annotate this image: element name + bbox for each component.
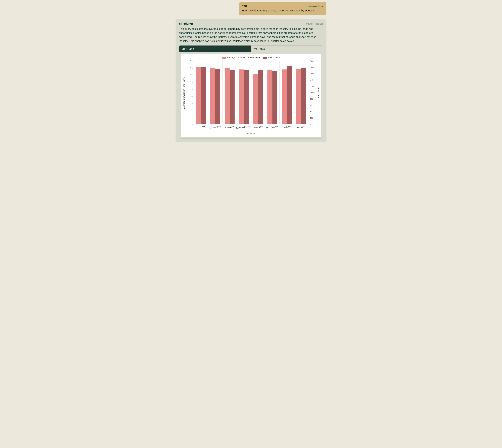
category-label: Manufacturing xyxy=(266,125,278,129)
bar-series-0[interactable] xyxy=(196,67,201,124)
tab-table-label: Table xyxy=(258,47,265,50)
svg-text:0: 0 xyxy=(192,123,193,125)
bar-series-1[interactable] xyxy=(301,68,306,124)
user-message-bubble: You a few seconds ago How does lead-to-o… xyxy=(239,2,326,15)
svg-text:1,800: 1,800 xyxy=(310,66,314,68)
bar-series-0[interactable] xyxy=(225,68,229,124)
bar-series-0[interactable] xyxy=(282,69,287,124)
chart-wrap: Average Conversion Time (Days) Lead Coun… xyxy=(179,52,323,138)
svg-text:0.5: 0.5 xyxy=(190,88,193,90)
svg-text:0.4: 0.4 xyxy=(190,95,193,97)
x-axis-title: Industry xyxy=(247,132,255,135)
bar-series-1[interactable] xyxy=(258,70,263,124)
chart-legend: Average Conversion Time (Days) Lead Coun… xyxy=(182,55,320,60)
assistant-timestamp: a few seconds ago xyxy=(306,23,323,25)
category-label: Healthcare xyxy=(253,126,263,129)
category-label: Financial Services xyxy=(236,125,252,129)
svg-text:2,000: 2,000 xyxy=(310,60,314,62)
legend-item-series-1[interactable]: Lead Count xyxy=(263,56,280,59)
svg-text:0.6: 0.6 xyxy=(190,81,193,83)
bar-series-1[interactable] xyxy=(244,70,249,124)
svg-rect-0 xyxy=(182,49,183,50)
bar-series-1[interactable] xyxy=(229,70,234,124)
svg-text:400: 400 xyxy=(310,111,313,113)
tab-graph[interactable]: Graph xyxy=(179,46,251,52)
bar-series-0[interactable] xyxy=(253,74,258,124)
assistant-header: SimplyPut a few seconds ago xyxy=(179,22,323,25)
svg-text:1,400: 1,400 xyxy=(310,79,314,81)
svg-rect-1 xyxy=(183,48,183,50)
user-author-label: You xyxy=(242,4,247,7)
legend-label-series-0: Average Conversion Time (Days) xyxy=(227,56,260,59)
svg-text:800: 800 xyxy=(310,98,313,100)
chart-card: Average Conversion Time (Days) Lead Coun… xyxy=(181,54,321,137)
bar-series-0[interactable] xyxy=(210,68,215,124)
svg-text:0.1: 0.1 xyxy=(190,116,193,118)
viz-tabbar: Graph Table xyxy=(179,46,323,52)
legend-label-series-1: Lead Count xyxy=(268,56,280,59)
chart-svg: 00.10.20.30.40.50.60.70.80.9020040060080… xyxy=(182,60,320,136)
user-bubble-header: You a few seconds ago xyxy=(242,4,323,7)
bar-series-1[interactable] xyxy=(273,71,277,124)
y-right-axis-title: Lead Count xyxy=(317,87,320,98)
svg-text:1,200: 1,200 xyxy=(310,85,314,87)
svg-text:0.8: 0.8 xyxy=(190,67,193,69)
svg-text:0.2: 0.2 xyxy=(190,109,193,111)
assistant-message-panel: SimplyPut a few seconds ago This query c… xyxy=(176,19,326,142)
visualization-container: Graph Table xyxy=(179,45,323,139)
user-message-row: You a few seconds ago How does lead-to-o… xyxy=(176,2,326,15)
bar-series-0[interactable] xyxy=(267,70,272,124)
category-label: Consulting xyxy=(196,126,206,129)
user-message-text: How does lead-to-opportunity conversion … xyxy=(242,9,323,12)
category-label: Real Estate xyxy=(282,125,291,129)
bar-chart-icon xyxy=(182,48,185,50)
legend-item-series-0[interactable]: Average Conversion Time (Days) xyxy=(222,56,260,59)
chat-page: You a few seconds ago How does lead-to-o… xyxy=(173,0,329,147)
legend-swatch-series-1 xyxy=(263,57,267,59)
legend-swatch-series-0 xyxy=(222,57,226,59)
svg-text:0.9: 0.9 xyxy=(190,60,193,62)
tab-table[interactable]: Table xyxy=(251,46,323,52)
svg-text:0.3: 0.3 xyxy=(190,102,193,104)
chart-canvas: 00.10.20.30.40.50.60.70.80.9020040060080… xyxy=(182,60,320,136)
bar-series-0[interactable] xyxy=(239,69,244,124)
svg-text:0.7: 0.7 xyxy=(190,74,193,76)
table-icon xyxy=(254,48,257,50)
bar-series-1[interactable] xyxy=(215,69,220,124)
svg-text:200: 200 xyxy=(310,117,313,119)
svg-text:1,600: 1,600 xyxy=(310,73,314,75)
assistant-message-text: This query calculates the average lead-t… xyxy=(179,27,323,43)
svg-text:1,000: 1,000 xyxy=(310,92,314,94)
category-label: E-commerce xyxy=(210,125,221,129)
bar-series-1[interactable] xyxy=(287,66,291,124)
category-label: Education xyxy=(225,126,234,129)
y-left-axis-title: Average Conversion Time (Days) xyxy=(183,77,185,109)
user-timestamp: a few seconds ago xyxy=(307,5,323,7)
category-label: Software xyxy=(297,126,305,129)
svg-text:600: 600 xyxy=(310,104,313,106)
assistant-author-label: SimplyPut xyxy=(179,22,193,25)
svg-text:0: 0 xyxy=(310,123,311,125)
svg-rect-2 xyxy=(184,48,184,50)
svg-rect-3 xyxy=(254,48,257,50)
bar-series-1[interactable] xyxy=(201,67,206,124)
bar-series-0[interactable] xyxy=(296,69,301,124)
tab-graph-label: Graph xyxy=(186,47,194,50)
